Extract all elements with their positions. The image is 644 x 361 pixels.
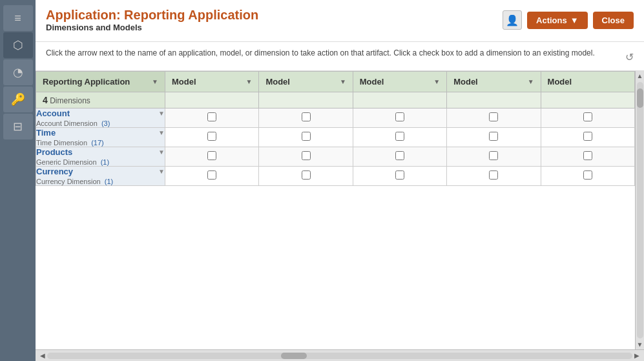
model-subheader-2 [259,92,353,108]
currency-model3-checkbox[interactable] [395,170,404,180]
dim-count: 4 [43,95,48,105]
products-model1-cell [165,147,259,167]
account-model2-checkbox[interactable] [302,112,311,121]
header-top: Application: Reporting Application Dimen… [46,8,634,32]
products-model5-cell [541,147,634,167]
main-content: Application: Reporting Application Dimen… [36,0,644,361]
account-dim-cell: Account ▼ Account Dimension (3) [36,108,165,128]
currency-model1-checkbox[interactable] [207,170,216,180]
account-model4-checkbox[interactable] [489,112,498,121]
products-model4-checkbox[interactable] [489,151,498,160]
currency-dim-name[interactable]: Currency [36,167,73,176]
model-col-header-2: Model ▼ [259,72,353,92]
account-dropdown-icon[interactable]: ▼ [158,110,165,117]
hscroll-track [47,353,632,359]
close-button[interactable]: Close [593,12,634,29]
actions-button[interactable]: Actions ▼ [527,12,588,29]
model-subheader-1 [165,92,259,108]
account-model1-cell [165,108,259,128]
app-header-label: Reporting Application [43,77,130,87]
user-icon-button[interactable]: 👤 [503,10,522,30]
scroll-up-arrow[interactable]: ▲ [636,71,644,81]
scroll-down-arrow[interactable]: ▼ [636,340,644,349]
sidebar-item-menu[interactable]: ≡ [3,5,33,31]
products-dim-name[interactable]: Products [36,147,72,157]
key-icon: 🔑 [11,92,25,107]
table-row: Currency ▼ Currency Dimension (1) [36,167,635,186]
table-row: Account ▼ Account Dimension (3) [36,108,635,128]
currency-model5-checkbox[interactable] [583,170,592,180]
dimensions-label: Dimensions [50,96,90,105]
app-dim-count-cell: 4 Dimensions [36,92,165,108]
actions-label: Actions [536,15,567,25]
model-label-5: Model [548,77,572,87]
horizontal-scrollbar: ◀ ▶ [36,349,644,361]
table-row: Time ▼ Time Dimension (17) [36,128,635,147]
products-model2-cell [259,147,353,167]
sidebar-item-clock[interactable]: ◔ [3,59,33,85]
time-model1-checkbox[interactable] [207,132,216,141]
currency-model2-cell [259,167,353,186]
actions-dropdown-icon: ▼ [570,15,579,25]
products-model1-checkbox[interactable] [207,151,216,160]
products-dropdown-icon[interactable]: ▼ [158,149,165,156]
account-dim-name[interactable]: Account [36,108,70,118]
table-row: Products ▼ Generic Dimension (1) [36,147,635,167]
time-model3-cell [353,128,446,147]
currency-model5-cell [541,167,634,186]
scroll-right-arrow[interactable]: ▶ [632,352,641,359]
model-subheader-4 [447,92,541,108]
account-model3-checkbox[interactable] [395,112,404,121]
currency-model1-cell [165,167,259,186]
model-col-header-4: Model ▼ [447,72,541,92]
vertical-scrollbar: ▲ ▼ [635,71,644,349]
time-dim-name[interactable]: Time [36,128,56,138]
products-model3-checkbox[interactable] [395,151,404,160]
hscroll-thumb[interactable] [281,353,307,359]
refresh-icon[interactable]: ↺ [625,50,634,65]
time-dropdown-icon[interactable]: ▼ [158,129,165,136]
currency-model4-cell [447,167,541,186]
sidebar-item-grid[interactable]: ⊟ [3,114,33,139]
model-dropdown-1[interactable]: ▼ [245,78,252,85]
account-model1-checkbox[interactable] [207,112,216,121]
scroll-left-arrow[interactable]: ◀ [38,352,47,359]
products-model5-checkbox[interactable] [583,151,592,160]
account-model2-cell [259,108,353,128]
user-icon: 👤 [506,14,519,26]
page-subtitle: Dimensions and Models [46,23,258,32]
model-subheader-3 [353,92,446,108]
model-dropdown-3[interactable]: ▼ [433,78,440,85]
description-bar: Click the arrow next to the name of an a… [36,42,644,71]
table-container: Reporting Application ▼ Model ▼ [36,71,635,349]
sidebar-item-key[interactable]: 🔑 [3,87,33,112]
model-dropdown-4[interactable]: ▼ [528,78,534,85]
currency-model4-checkbox[interactable] [489,170,498,180]
model-dropdown-2[interactable]: ▼ [340,78,346,85]
products-model3-cell [353,147,446,167]
menu-icon: ≡ [14,12,21,25]
time-model2-checkbox[interactable] [302,132,311,141]
account-model4-cell [447,108,541,128]
model-col-header-5: Model [541,72,634,92]
model-col-header-3: Model ▼ [353,72,446,92]
products-model2-checkbox[interactable] [302,151,311,160]
app-subheader-row: 4 Dimensions [36,92,635,108]
time-model3-checkbox[interactable] [395,132,404,141]
currency-model2-checkbox[interactable] [302,170,311,180]
vscroll-thumb[interactable] [637,88,643,108]
model-label-1: Model [172,77,196,87]
time-dim-cell: Time ▼ Time Dimension (17) [36,128,165,147]
sidebar-item-cube[interactable]: ⬡ [3,32,33,58]
currency-dropdown-icon[interactable]: ▼ [158,168,165,175]
dimensions-table: Reporting Application ▼ Model ▼ [36,71,635,186]
time-model4-checkbox[interactable] [489,132,498,141]
time-model5-checkbox[interactable] [583,132,592,141]
header: Application: Reporting Application Dimen… [36,0,644,42]
model-col-header-1: Model ▼ [165,72,259,92]
currency-dim-type: Currency Dimension (1) [36,178,165,185]
account-model5-checkbox[interactable] [583,112,592,121]
app-header-dropdown[interactable]: ▼ [152,78,158,85]
model-subheader-5 [541,92,634,108]
products-dim-cell: Products ▼ Generic Dimension (1) [36,147,165,167]
